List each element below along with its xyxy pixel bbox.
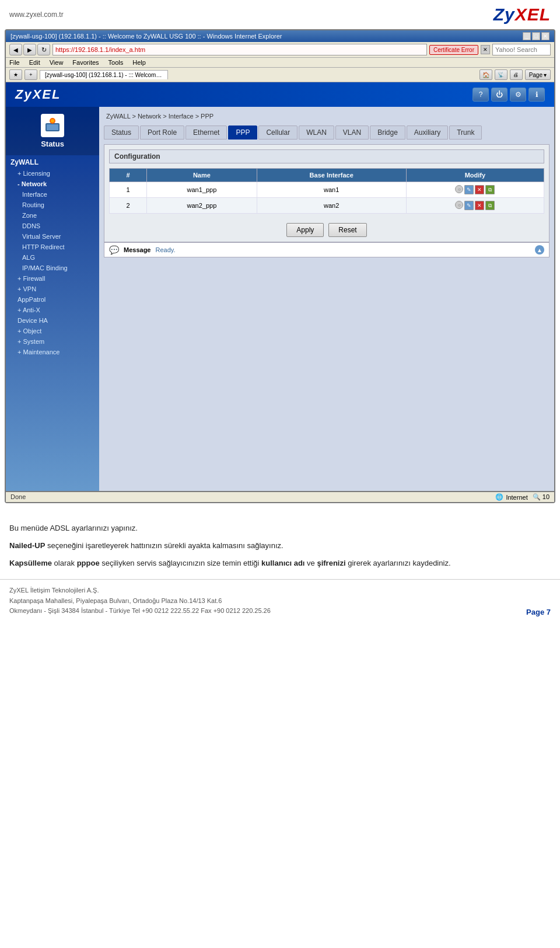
back-button[interactable]: ◀ [9,44,22,55]
add-favorites-button[interactable]: + [24,69,37,80]
row1-name: wan1_ppp [147,182,257,198]
apply-button[interactable]: Apply [286,223,324,237]
row2-edit-button[interactable]: ✎ [464,201,474,210]
address-bar[interactable] [52,44,427,55]
row2-name: wan2_ppp [147,198,257,214]
footer-address2: Okmeydanı - Şişli 34384 İstanbul - Türki… [9,606,271,616]
tab-port-role[interactable]: Port Role [140,126,184,140]
sidebar-item-ddns[interactable]: DDNS [6,221,99,231]
restore-button[interactable]: □ [532,32,540,40]
sidebar-item-routing[interactable]: Routing [6,200,99,210]
page-tab[interactable]: [zywall-usg-100] (192.168.1.1) - ::: Wel… [40,70,168,79]
stop-button[interactable]: ✕ [481,45,490,54]
sidebar-item-device-ha[interactable]: Device HA [6,315,99,326]
tab-ppp[interactable]: PPP [228,126,257,140]
tab-status[interactable]: Status [104,126,139,140]
bottom-text-line3: Kapsülleme olarak pppoe seçiliyken servi… [9,557,551,570]
sidebar-item-virtual-server[interactable]: Virtual Server [6,231,99,242]
menu-edit[interactable]: Edit [29,59,40,66]
page-menu-button[interactable]: Page ▾ [525,69,551,80]
message-icon: 💬 [109,245,119,255]
sidebar-item-object[interactable]: + Object [6,326,99,336]
bottom-text-line1: Bu menüde ADSL ayarlarınızı yapınız. [9,522,551,535]
row1-delete-button[interactable]: ✕ [475,185,484,194]
sidebar-item-apppatrol[interactable]: AppPatrol [6,294,99,305]
settings-button[interactable]: ⚙ [510,88,526,102]
tab-wlan[interactable]: WLAN [299,126,334,140]
info-button[interactable]: ℹ [528,88,545,102]
menu-tools[interactable]: Tools [108,59,124,66]
row1-edit-button[interactable]: ✎ [464,185,474,194]
tab-auxiliary[interactable]: Auxiliary [407,126,448,140]
configuration-header: Configuration [109,149,544,163]
minimize-button[interactable]: _ [523,32,531,40]
sidebar-item-network[interactable]: - Network [6,179,99,189]
search-input[interactable] [492,44,551,55]
row2-null-icon[interactable]: ○ [455,201,463,209]
status-icon [41,114,64,137]
menu-file[interactable]: File [9,59,20,66]
row2-num: 2 [110,198,147,214]
close-button[interactable]: ✕ [541,32,550,40]
home-button[interactable]: 🏠 [480,69,492,80]
tab-ethernet[interactable]: Ethernet [186,126,227,140]
sidebar-item-maintenance[interactable]: + Maintenance [6,347,99,357]
svg-rect-1 [47,124,58,130]
sidebar-item-alg[interactable]: ALG [6,252,99,263]
tab-trunk[interactable]: Trunk [449,126,482,140]
row1-modify: ○ ✎ ✕ ⧉ [406,182,544,198]
sidebar-item-zywall[interactable]: ZyWALL [6,156,99,168]
row2-delete-button[interactable]: ✕ [475,201,484,210]
sidebar-status-item[interactable]: Status [6,107,99,155]
bottom-text-line2: Nailed-UP seçeneğini işaretleyerek hattı… [9,539,551,552]
cert-error-indicator: Certificate Error [429,45,478,55]
tab-cellular[interactable]: Cellular [258,126,298,140]
row1-base-interface: wan1 [257,182,406,198]
row1-null-icon[interactable]: ○ [455,185,463,193]
message-scroll-button[interactable]: ▲ [535,245,544,255]
footer-address: Kaptanpaşa Mahallesi, Piyalepaşa Bulvarı… [9,596,271,607]
sidebar-item-licensing[interactable]: + Licensing [6,168,99,179]
ppp-table: # Name Base Interface Modify 1 wan1_ppp [109,168,544,214]
footer-page: Page 7 [526,608,551,616]
sidebar-item-firewall[interactable]: + Firewall [6,273,99,284]
breadcrumb: ZyWALL > Network > Interface > PPP [104,111,550,121]
sidebar-item-ip-mac-binding[interactable]: IP/MAC Binding [6,263,99,273]
row1-clone-button[interactable]: ⧉ [485,185,495,194]
zoom-level: 🔍 10 [533,493,550,501]
table-row: 2 wan2_ppp wan2 ○ ✎ ✕ ⧉ [110,198,544,214]
website-url: www.zyxel.com.tr [9,11,64,19]
print-button[interactable]: 🖨 [510,69,523,80]
interface-tabs: Status Port Role Ethernet PPP Cellular W… [104,126,550,140]
row2-clone-button[interactable]: ⧉ [485,201,495,210]
message-text: Ready. [155,246,175,253]
table-row: 1 wan1_ppp wan1 ○ ✎ ✕ ⧉ [110,182,544,198]
menu-view[interactable]: View [50,59,64,66]
refresh-button[interactable]: ↻ [37,44,50,55]
sidebar-item-interface[interactable]: Interface [6,189,99,200]
message-bar: 💬 Message Ready. ▲ [104,242,550,257]
forward-button[interactable]: ▶ [23,44,36,55]
tab-vlan[interactable]: VLAN [335,126,369,140]
sidebar-item-vpn[interactable]: + VPN [6,284,99,294]
status-label: Status [41,140,64,148]
help-button[interactable]: ? [473,88,489,102]
feeds-button[interactable]: 📡 [495,69,508,80]
menu-help[interactable]: Help [132,59,146,66]
col-base-interface: Base Interface [257,169,406,182]
reset-button[interactable]: Reset [328,223,366,237]
row2-base-interface: wan2 [257,198,406,214]
row2-modify: ○ ✎ ✕ ⧉ [406,198,544,214]
sidebar-item-system[interactable]: + System [6,336,99,347]
menu-favorites[interactable]: Favorites [72,59,99,66]
sidebar-item-http-redirect[interactable]: HTTP Redirect [6,242,99,252]
message-label: Message [124,246,150,253]
sidebar-item-anti-x[interactable]: + Anti-X [6,305,99,315]
zyxel-brand-logo: ZyXEL [494,5,551,25]
favorites-button[interactable]: ★ [9,69,22,80]
logout-button[interactable]: ⏻ [491,88,508,102]
col-number: # [110,169,147,182]
internet-indicator: 🌐 Internet [495,493,527,501]
tab-bridge[interactable]: Bridge [370,126,405,140]
sidebar-item-zone[interactable]: Zone [6,210,99,221]
